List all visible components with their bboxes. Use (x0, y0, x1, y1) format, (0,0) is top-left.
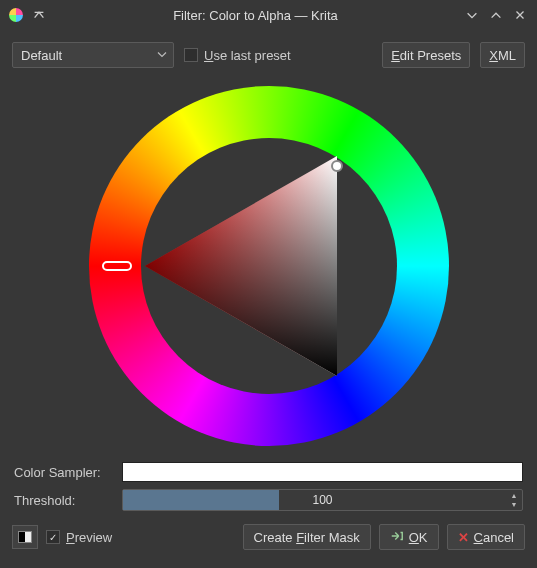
svg-marker-2 (145, 156, 337, 376)
toolbar: Default Use last preset Edit Presets XML (0, 30, 537, 74)
threshold-label: Threshold: (14, 493, 114, 508)
maximize-icon[interactable] (487, 6, 505, 24)
color-picker (0, 74, 537, 454)
bottombar: ✓ Preview Create Filter Mask OK ✕ Cancel (0, 514, 537, 560)
ok-icon (390, 530, 404, 545)
collapse-up-icon[interactable] (30, 6, 48, 24)
checkbox-box (184, 48, 198, 62)
preview-label: Preview (66, 530, 112, 545)
threshold-row: Threshold: 100 ▲ ▼ (14, 486, 523, 514)
use-last-preset-label: Use last preset (204, 48, 291, 63)
app-icon (8, 7, 24, 23)
xml-button[interactable]: XML (480, 42, 525, 68)
preview-checkbox[interactable]: ✓ Preview (46, 530, 112, 545)
threshold-value: 100 (123, 490, 522, 510)
cancel-icon: ✕ (458, 530, 469, 545)
checkbox-box: ✓ (46, 530, 60, 544)
hue-marker[interactable] (102, 261, 132, 271)
spin-up-icon[interactable]: ▲ (507, 491, 521, 500)
color-sampler-swatch[interactable] (122, 462, 523, 482)
window-title: Filter: Color to Alpha — Krita (54, 8, 457, 23)
close-icon[interactable] (511, 6, 529, 24)
use-last-preset-checkbox[interactable]: Use last preset (184, 48, 291, 63)
color-wheel[interactable] (89, 86, 449, 446)
minimize-icon[interactable] (463, 6, 481, 24)
threshold-spin[interactable]: ▲ ▼ (507, 491, 521, 509)
edit-presets-button[interactable]: Edit Presets (382, 42, 470, 68)
form-area: Color Sampler: Threshold: 100 ▲ ▼ (0, 454, 537, 514)
sv-marker[interactable] (331, 160, 343, 172)
split-preview-button[interactable] (12, 525, 38, 549)
preset-combo[interactable]: Default (12, 42, 174, 68)
sv-triangle[interactable] (141, 138, 397, 394)
titlebar: Filter: Color to Alpha — Krita (0, 0, 537, 30)
color-sampler-row: Color Sampler: (14, 458, 523, 486)
split-preview-icon (18, 531, 32, 543)
threshold-slider[interactable]: 100 ▲ ▼ (122, 489, 523, 511)
ok-button[interactable]: OK (379, 524, 439, 550)
cancel-button[interactable]: ✕ Cancel (447, 524, 525, 550)
chevron-down-icon (157, 48, 167, 63)
preset-combo-value: Default (21, 48, 62, 63)
spin-down-icon[interactable]: ▼ (507, 500, 521, 509)
color-sampler-label: Color Sampler: (14, 465, 114, 480)
create-filter-mask-button[interactable]: Create Filter Mask (243, 524, 371, 550)
